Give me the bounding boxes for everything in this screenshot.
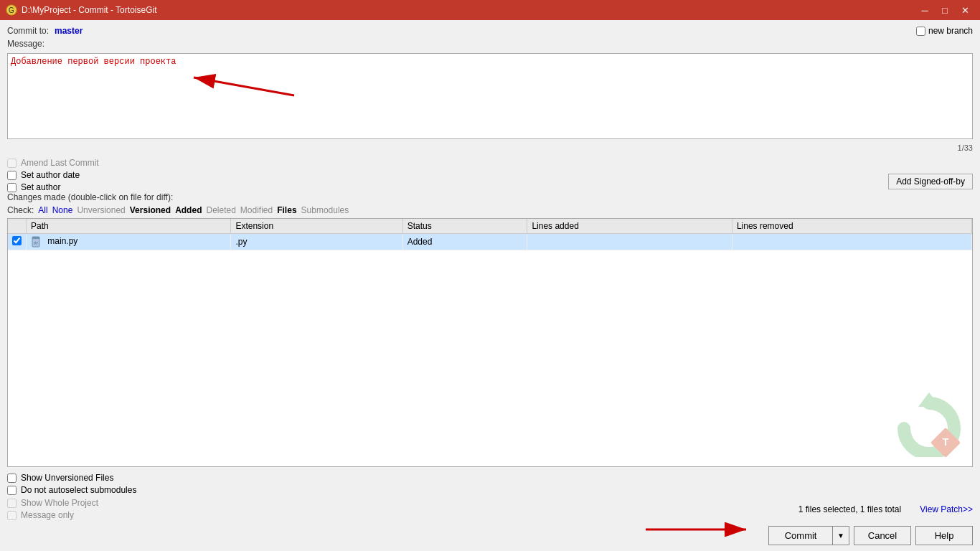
title-bar: G D:\MyProject - Commit - TortoiseGit ─ … — [0, 0, 980, 20]
filter-modified[interactable]: Modified — [240, 205, 273, 215]
col-check — [8, 219, 27, 234]
table-row[interactable]: py main.py .py Added — [8, 234, 972, 250]
new-branch-option: new branch — [916, 26, 973, 36]
col-lines-removed: Lines removed — [732, 219, 971, 234]
message-input[interactable]: Добавление первой версии проекта — [7, 53, 973, 139]
file-checkbox-cell — [8, 234, 27, 250]
changes-section: Changes made (double-click on file for d… — [7, 192, 973, 467]
window-title: D:\MyProject - Commit - TortoiseGit — [22, 5, 156, 15]
amend-row: Amend Last Commit — [7, 158, 973, 168]
commit-button-group: Commit ▼ — [768, 526, 849, 545]
file-table: Path Extension Status Lines added Lines … — [8, 219, 972, 250]
footer-buttons: Commit ▼ Cancel Help — [7, 523, 973, 545]
cancel-button[interactable]: Cancel — [854, 526, 911, 545]
file-lines-added — [527, 234, 732, 250]
check-label: Check: — [7, 205, 34, 215]
filter-deleted[interactable]: Deleted — [206, 205, 235, 215]
bottom-left-checks: Show Whole Project Message only — [7, 498, 98, 520]
new-branch-checkbox[interactable] — [916, 27, 925, 36]
filter-submodules[interactable]: Submodules — [301, 205, 349, 215]
message-only-checkbox[interactable] — [7, 511, 17, 520]
file-table-container: Path Extension Status Lines added Lines … — [7, 218, 973, 467]
new-branch-label[interactable]: new branch — [928, 26, 973, 36]
options-area: Amend Last Commit Set author date Set au… — [7, 155, 973, 189]
file-status: Added — [402, 234, 527, 250]
author-date-row: Set author date — [7, 170, 973, 180]
files-status-row: 1 files selected, 1 files total View Pat… — [798, 504, 973, 514]
author-date-checkbox[interactable] — [7, 171, 17, 180]
branch-name: master — [55, 26, 83, 36]
show-unversioned-row: Show Unversioned Files — [7, 473, 973, 483]
svg-text:G: G — [9, 6, 14, 14]
author-date-label[interactable]: Set author date — [21, 170, 80, 180]
view-patch-link[interactable]: View Patch>> — [920, 504, 973, 514]
no-autoselect-checkbox[interactable] — [7, 486, 17, 495]
filter-files[interactable]: Files — [277, 205, 296, 215]
svg-rect-3 — [32, 237, 39, 239]
no-autoselect-row: Do not autoselect submodules — [7, 485, 973, 495]
svg-rect-6 — [930, 428, 961, 457]
minimize-button[interactable]: ─ — [915, 2, 934, 18]
amend-label: Amend Last Commit — [21, 158, 99, 168]
maximize-button[interactable]: □ — [936, 2, 954, 18]
options-row: Amend Last Commit Set author date Set au… — [7, 155, 973, 195]
app-icon: G — [6, 4, 17, 16]
tortoise-watermark: T — [893, 392, 965, 459]
filter-none[interactable]: None — [52, 205, 73, 215]
svg-text:py: py — [34, 240, 38, 245]
bottom-checkboxes: Show Unversioned Files Do not autoselect… — [7, 470, 973, 495]
file-extension: .py — [231, 234, 402, 250]
show-unversioned-checkbox[interactable] — [7, 474, 17, 483]
col-status: Status — [402, 219, 527, 234]
main-content: Commit to: master new branch Message: До… — [0, 20, 980, 551]
col-lines-added: Lines added — [527, 219, 732, 234]
set-author-checkbox[interactable] — [7, 183, 17, 192]
commit-to: Commit to: master — [7, 26, 83, 36]
add-signed-button[interactable]: Add Signed-off-by — [888, 174, 973, 189]
file-checkbox[interactable] — [12, 236, 22, 245]
col-extension: Extension — [231, 219, 402, 234]
amend-checkbox[interactable] — [7, 159, 17, 168]
commit-to-label: Commit to: — [7, 26, 49, 36]
svg-text:T: T — [943, 436, 949, 448]
author-row: Set author — [7, 182, 973, 192]
filter-added[interactable]: Added — [175, 205, 202, 215]
help-button[interactable]: Help — [915, 526, 973, 545]
filter-versioned[interactable]: Versioned — [130, 205, 171, 215]
files-selected-status: 1 files selected, 1 files total — [798, 504, 901, 514]
message-only-label: Message only — [21, 510, 74, 520]
commit-to-row: Commit to: master new branch — [7, 26, 973, 36]
set-author-label[interactable]: Set author — [21, 182, 60, 192]
window-controls: ─ □ ✕ — [915, 2, 974, 18]
commit-button[interactable]: Commit — [768, 526, 833, 545]
filter-unversioned[interactable]: Unversioned — [77, 205, 125, 215]
show-whole-checkbox[interactable] — [7, 499, 17, 508]
show-whole-label: Show Whole Project — [21, 498, 98, 508]
filter-all[interactable]: All — [38, 205, 47, 215]
check-filters: Check: All None Unversioned Versioned Ad… — [7, 205, 973, 215]
svg-marker-5 — [918, 392, 940, 407]
file-path: py main.py — [27, 234, 231, 250]
col-path: Path — [27, 219, 231, 234]
show-unversioned-label[interactable]: Show Unversioned Files — [21, 473, 113, 483]
no-autoselect-label[interactable]: Do not autoselect submodules — [21, 485, 136, 495]
commit-dropdown[interactable]: ▼ — [833, 526, 849, 545]
message-label: Message: — [7, 39, 973, 49]
message-counter: 1/33 — [7, 143, 973, 152]
close-button[interactable]: ✕ — [956, 2, 974, 18]
file-lines-removed — [732, 234, 971, 250]
